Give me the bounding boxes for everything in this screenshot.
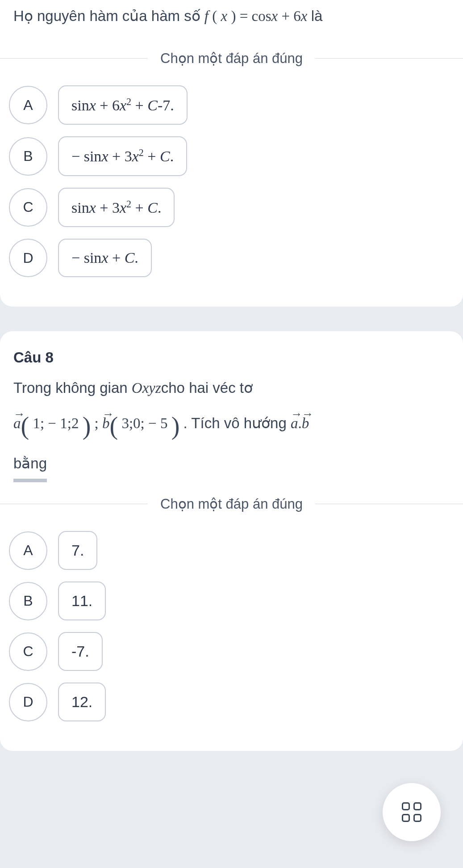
option-box-b: − sinx + 3x2 + C.: [58, 136, 187, 176]
q7-option-b[interactable]: B − sinx + 3x2 + C.: [9, 136, 454, 176]
a-sin: sin: [71, 97, 89, 114]
b-C: C: [160, 148, 170, 165]
q8-options: A 7. B 11. C -7. D 12.: [0, 531, 463, 721]
option-letter-d: D: [9, 239, 47, 277]
grid-icon: [402, 802, 421, 822]
q7-option-c[interactable]: C sinx + 3x2 + C.: [9, 188, 454, 227]
q8-divider: Chọn một đáp án đúng: [0, 496, 463, 512]
q7-divider: Chọn một đáp án đúng: [0, 50, 463, 67]
q8-bang: bằng: [13, 450, 47, 482]
b-tail: .: [170, 148, 174, 165]
q7-prompt-suffix: là: [311, 8, 323, 24]
dot-prefix: . Tích vô hướng: [184, 415, 291, 431]
divider-line-left: [0, 58, 148, 59]
fn-f: f: [204, 8, 209, 24]
vector-b: →b: [102, 409, 110, 438]
grid-menu-button[interactable]: [383, 783, 441, 841]
b-neg: −: [71, 148, 84, 165]
question-8-label: Câu 8: [0, 349, 463, 374]
a-x: x: [89, 97, 96, 114]
c-C: C: [147, 199, 158, 216]
a-tail: -7.: [158, 97, 174, 114]
q8-option-d[interactable]: D 12.: [9, 683, 454, 721]
option-letter-b: B: [9, 582, 47, 620]
c-plus3: + 3: [96, 199, 120, 216]
d-sin: sin: [84, 249, 102, 266]
six-x: x: [301, 8, 308, 24]
a-sq: 2: [126, 96, 131, 107]
option-letter-c: C: [9, 632, 47, 671]
option-letter-a: A: [9, 531, 47, 570]
q8-choose-label: Chọn một đáp án đúng: [148, 496, 315, 512]
b-sin: sin: [84, 148, 102, 165]
option-box-c: -7.: [58, 632, 103, 671]
arrow-icon: →: [13, 403, 21, 425]
c-plusC: +: [131, 199, 147, 216]
d-x: x: [101, 249, 108, 266]
a-plus6: + 6: [96, 97, 120, 114]
q7-option-d[interactable]: D − sinx + C.: [9, 239, 454, 277]
q8-prefix: Trong không gian: [13, 379, 132, 396]
option-letter-a: A: [9, 86, 47, 124]
semicolon: ;: [95, 415, 102, 431]
option-box-a: 7.: [58, 531, 97, 570]
a-coords: 1; − 1;2: [29, 415, 82, 431]
equals-sign: =: [240, 8, 252, 24]
b-coords: 3;0; − 5: [118, 415, 171, 431]
a-x2: x: [120, 97, 126, 114]
c-sq: 2: [126, 198, 131, 210]
vector-a: →a: [13, 409, 21, 438]
option-box-c: sinx + 3x2 + C.: [58, 188, 175, 227]
arrow-icon: →: [302, 403, 309, 425]
question-7-prompt: Họ nguyên hàm của hàm số f ( x ) = cosx …: [0, 0, 463, 37]
a-C: C: [147, 97, 158, 114]
c-tail: .: [158, 199, 162, 216]
open-paren: (: [212, 8, 221, 24]
fn-x: x: [221, 8, 228, 24]
d-neg: −: [71, 249, 84, 266]
plus-6: + 6: [281, 8, 300, 24]
question-8-card: Câu 8 Trong không gian Oxyzcho hai véc t…: [0, 331, 463, 751]
cos-text: cos: [252, 8, 271, 24]
option-letter-c: C: [9, 188, 47, 227]
divider-line-right: [315, 504, 463, 504]
vector-a: →a: [291, 409, 298, 438]
q7-prompt-prefix: Họ nguyên hàm của hàm số: [13, 8, 204, 24]
q8-line1-suffix: cho hai véc tơ: [161, 379, 253, 396]
divider-line-left: [0, 504, 148, 504]
b-sq: 2: [139, 147, 144, 158]
q8-option-a[interactable]: A 7.: [9, 531, 454, 570]
option-box-d: − sinx + C.: [58, 239, 152, 277]
b-plus3: + 3: [108, 148, 132, 165]
close-paren: ): [227, 8, 236, 24]
cos-x: x: [271, 8, 278, 24]
q7-choose-label: Chọn một đáp án đúng: [148, 50, 315, 67]
q8-option-b[interactable]: B 11.: [9, 581, 454, 620]
option-box-d: 12.: [58, 683, 106, 721]
a-plusC: +: [131, 97, 147, 114]
arrow-icon: →: [102, 403, 110, 425]
b-x2: x: [132, 148, 139, 165]
q7-option-a[interactable]: A sinx + 6x2 + C-7.: [9, 85, 454, 125]
d-tail: .: [134, 249, 138, 266]
question-7-card: Họ nguyên hàm của hàm số f ( x ) = cosx …: [0, 0, 463, 307]
oxyz: Oxyz: [132, 380, 161, 396]
q8-option-c[interactable]: C -7.: [9, 632, 454, 671]
q7-options: A sinx + 6x2 + C-7. B − sinx + 3x2 + C. …: [0, 85, 463, 277]
question-8-prompt: Trong không gian Oxyzcho hai véc tơ →a( …: [0, 374, 463, 482]
divider-line-right: [315, 58, 463, 59]
q7-fn-expr: f ( x ) = cosx + 6x: [204, 8, 311, 24]
close-paren: ): [171, 412, 180, 440]
arrow-icon: →: [291, 403, 298, 425]
close-paren: ): [83, 412, 91, 440]
d-C: C: [125, 249, 135, 266]
c-x2: x: [120, 199, 126, 216]
b-x: x: [101, 148, 108, 165]
option-box-b: 11.: [58, 581, 106, 620]
option-letter-d: D: [9, 683, 47, 721]
b-plusC: +: [144, 148, 160, 165]
d-plusC: +: [108, 249, 124, 266]
option-letter-b: B: [9, 137, 47, 176]
c-sin: sin: [71, 199, 89, 216]
c-x: x: [89, 199, 96, 216]
